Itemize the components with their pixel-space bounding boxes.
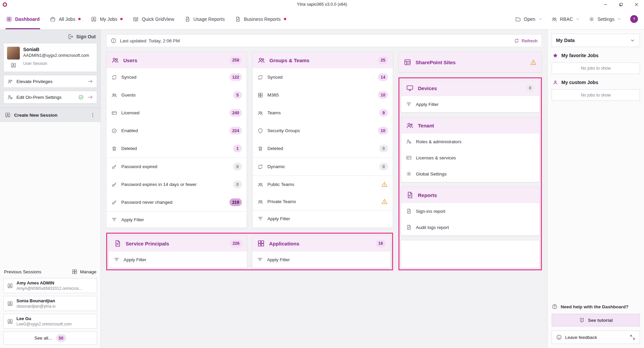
dynamic-icon (257, 164, 263, 170)
folder-open-icon (515, 16, 521, 22)
users-enabled-row[interactable]: Enabled 224 (106, 122, 247, 140)
sign-out-button[interactable]: Sign Out (68, 34, 96, 40)
groups-private-teams-row[interactable]: Private Teams (253, 193, 393, 210)
devices-icon (406, 84, 414, 92)
users-password-never-changed-row[interactable]: Password never changed 219 (106, 193, 247, 211)
session-item[interactable]: Lee Gu LeeG@sygx2.onmicrosoft.com (3, 314, 97, 329)
groups-m365-row[interactable]: M365 10 (253, 86, 393, 104)
groups-card-header[interactable]: Groups & Teams 25 (253, 52, 393, 68)
service-principals-icon (114, 239, 122, 247)
edit-onprem-settings-button[interactable]: Edit On-Prem Settings (3, 91, 97, 104)
leave-feedback-button[interactable]: Leave feedback (552, 331, 640, 344)
applications-header[interactable]: Applications 16 (252, 235, 390, 252)
maximize-icon (619, 3, 623, 6)
count-badge: 14 (378, 73, 388, 81)
filter-icon (257, 216, 263, 222)
tab-business-reports[interactable]: Business Reports (235, 9, 286, 29)
tab-my-jobs[interactable]: My Jobs (91, 9, 123, 29)
tenant-global-settings-row[interactable]: Global Settings (401, 166, 539, 182)
new-session-icon (5, 112, 11, 118)
tenant-header[interactable]: Tenant (401, 117, 539, 133)
app-window: Ytria sapio365 v3.0.0 (x64) Dashboard Al… (0, 0, 644, 348)
warning-icon (530, 59, 537, 66)
sharepoint-header[interactable]: SharePoint Sites (399, 52, 542, 72)
tenant-roles-admins-row[interactable]: Roles & administrators (401, 133, 539, 150)
gear-icon (589, 16, 595, 22)
teams-icon (257, 199, 263, 205)
devices-header[interactable]: Devices 0 (401, 80, 539, 96)
tab-dashboard[interactable]: Dashboard (6, 9, 40, 29)
users-password-expired-row[interactable]: Password expired 0 (106, 157, 247, 176)
groups-security-groups-row[interactable]: Security Groups 10 (253, 122, 393, 140)
reports-header[interactable]: Reports (401, 187, 539, 203)
groups-dynamic-row[interactable]: Dynamic 0 (253, 157, 393, 176)
info-icon (111, 38, 117, 44)
see-all-sessions-button[interactable]: See all... 50 (3, 332, 97, 345)
gridview-icon (133, 16, 139, 22)
favorite-jobs-empty: No jobs to show (552, 63, 640, 74)
groups-deleted-row[interactable]: Deleted 0 (253, 140, 393, 157)
open-menu[interactable]: Open (515, 16, 542, 22)
reports-audit-logs-row[interactable]: Audit logs report (401, 219, 539, 235)
users-apply-filter[interactable]: Apply Filter (106, 211, 247, 228)
close-button[interactable] (629, 0, 644, 9)
session-item[interactable]: Sonia Bounardjian sbounardjian@ytria.io (3, 296, 97, 311)
notification-dot (284, 18, 286, 20)
groups-teams-row[interactable]: Teams 9 (253, 104, 393, 122)
chevron-down-icon (630, 37, 636, 43)
users-password-expires-row[interactable]: Password expires in 14 days or fewer 0 (106, 176, 247, 193)
business-reports-icon (235, 16, 241, 22)
refresh-button[interactable]: Refresh (514, 38, 538, 43)
session-item[interactable]: Amy Ames ADMIN AmyA@M365x85832012.onmicr… (3, 278, 97, 293)
chevron-down-icon (538, 17, 543, 21)
minimize-button[interactable] (598, 0, 613, 9)
count-badge: 5 (233, 91, 242, 99)
sync-icon (257, 74, 263, 80)
count-badge: 0 (379, 145, 388, 152)
help-button[interactable] (630, 15, 638, 23)
tab-quick-gridview[interactable]: Quick GridView (133, 9, 174, 29)
users-guests-row[interactable]: Guests 5 (106, 86, 247, 104)
rbac-menu[interactable]: RBAC (551, 16, 580, 22)
service-principals-apply-filter[interactable]: Apply Filter (109, 252, 247, 268)
tenant-licenses-services-row[interactable]: Licenses & services (401, 150, 539, 166)
users-card-header[interactable]: Users 258 (106, 52, 247, 68)
help-text: Need help with the Dashboard? (552, 304, 640, 310)
rbac-people-icon (551, 16, 557, 22)
groups-apply-filter[interactable]: Apply Filter (253, 210, 393, 227)
app-logo-icon (3, 2, 7, 7)
custom-jobs-icon (552, 79, 558, 85)
audit-logs-report-icon (406, 224, 412, 230)
settings-menu[interactable]: Settings (589, 16, 621, 22)
previous-sessions-panel: Previous Sessions Manage Amy Ames ADMIN … (0, 265, 100, 348)
devices-card: Devices 0 Apply Filter (401, 80, 540, 113)
applications-apply-filter[interactable]: Apply Filter (252, 252, 390, 268)
manage-sessions-button[interactable]: Manage (72, 269, 96, 275)
devices-apply-filter[interactable]: Apply Filter (401, 96, 539, 112)
gear-icon (406, 171, 412, 177)
groups-icon (257, 56, 265, 64)
groups-synced-row[interactable]: Synced 14 (253, 68, 393, 86)
elevate-privileges-button[interactable]: Elevate Privileges (3, 75, 97, 88)
key-icon (111, 182, 117, 188)
applications-icon (257, 239, 265, 247)
sharepoint-sites-card: SharePoint Sites (398, 52, 542, 73)
maximize-button[interactable] (613, 0, 629, 9)
users-deleted-row[interactable]: Deleted 1 (106, 140, 247, 157)
reports-signins-row[interactable]: Sign-ins report (401, 203, 539, 219)
groups-public-teams-row[interactable]: Public Teams (253, 176, 393, 193)
users-synced-row[interactable]: Synced 122 (106, 68, 247, 86)
users-count-badge: 258 (229, 56, 242, 64)
tenant-card: Tenant Roles & administrators Licenses &… (401, 117, 540, 182)
session-user-icon (7, 301, 13, 307)
sharepoint-icon (403, 58, 412, 66)
tab-usage-reports[interactable]: Usage Reports (184, 9, 225, 29)
create-new-session-button[interactable]: Create New Session (0, 108, 100, 122)
filter-icon (114, 257, 120, 263)
users-licensed-row[interactable]: Licensed 240 (106, 104, 247, 122)
my-data-header[interactable]: My Data (552, 34, 640, 47)
service-principals-header[interactable]: Service Principals 226 (109, 235, 247, 252)
tab-all-jobs[interactable]: All Jobs (50, 9, 81, 29)
kebab-menu-icon[interactable] (90, 112, 96, 118)
see-tutorial-button[interactable]: See tutorial (552, 314, 640, 326)
